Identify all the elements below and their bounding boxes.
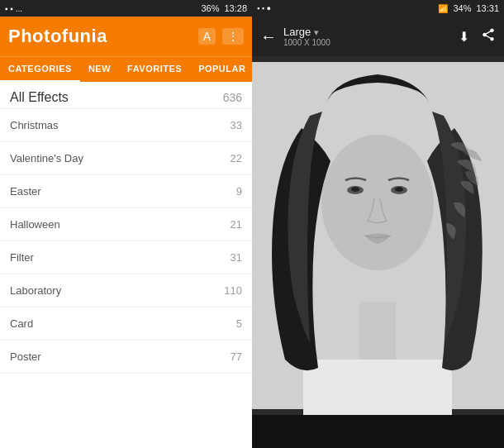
battery-level-right: 34% — [453, 3, 471, 13]
app-header: Photofunia A ⋮ — [0, 17, 252, 56]
list-item[interactable]: Card 5 — [0, 307, 252, 341]
right-header-left: ← Large ▾ 1000 X 1000 — [260, 26, 330, 47]
right-header-actions: ⬇ — [459, 27, 496, 45]
category-count: 33 — [231, 119, 242, 131]
svg-rect-3 — [359, 302, 396, 360]
svg-point-4 — [321, 135, 434, 270]
tab-categories[interactable]: CATEGORIES — [0, 57, 80, 82]
image-container — [252, 56, 504, 415]
all-effects-label: All Effects — [10, 90, 69, 105]
category-count: 77 — [231, 350, 242, 363]
tab-popular[interactable]: POPULAR — [190, 57, 252, 82]
category-count: 31 — [231, 251, 242, 264]
category-count: 21 — [231, 218, 242, 231]
right-panel: ▪ ▪ ● 📶 34% 13:31 ← Large ▾ 1000 X 1000 … — [252, 0, 504, 448]
bottom-bar — [252, 415, 504, 448]
list-item[interactable]: Easter 9 — [0, 175, 252, 208]
status-bar-right: ▪ ▪ ● 📶 34% 13:31 — [252, 0, 504, 17]
portrait-image — [252, 56, 504, 415]
list-item[interactable]: Christmas 33 — [0, 109, 252, 142]
categories-list: All Effects 636 Christmas 33 Valentine's… — [0, 82, 252, 448]
svg-point-7 — [351, 187, 359, 192]
notification-icons: ▪ ▪ ... — [5, 4, 22, 13]
category-count: 110 — [224, 284, 242, 297]
category-name: Laboratory — [10, 284, 61, 297]
list-item[interactable]: Poster 77 — [0, 341, 252, 374]
menu-button[interactable]: ⋮ — [222, 28, 244, 45]
category-name: Poster — [10, 350, 41, 363]
time-right: 13:31 — [476, 3, 499, 13]
category-count: 22 — [231, 152, 242, 164]
right-header: ← Large ▾ 1000 X 1000 ⬇ — [252, 17, 504, 56]
category-count: 5 — [236, 317, 242, 330]
list-item[interactable]: Valentine's Day 22 — [0, 142, 252, 175]
category-count: 9 — [236, 185, 242, 198]
share-button[interactable] — [481, 27, 496, 45]
image-size: 1000 X 1000 — [283, 38, 330, 47]
category-name: Card — [10, 317, 33, 330]
battery-icon-right: 📶 — [438, 4, 448, 13]
status-bar-left: ▪ ▪ ... 36% 13:28 — [0, 0, 252, 17]
battery-level: 36% — [201, 3, 219, 13]
time-left: 13:28 — [224, 3, 247, 13]
avatar-button[interactable]: A — [198, 28, 216, 45]
category-name: Filter — [10, 251, 34, 264]
image-info: Large ▾ 1000 X 1000 — [283, 26, 330, 47]
category-name: Christmas — [10, 119, 59, 131]
header-icons: A ⋮ — [198, 28, 244, 45]
left-panel: ▪ ▪ ... 36% 13:28 Photofunia A ⋮ CATEGOR… — [0, 0, 252, 448]
list-item[interactable]: Filter 31 — [0, 241, 252, 274]
all-effects-header[interactable]: All Effects 636 — [0, 82, 252, 109]
svg-rect-2 — [303, 360, 452, 415]
list-item[interactable]: Laboratory 110 — [0, 274, 252, 307]
status-icons-left: ▪ ▪ ... — [5, 4, 22, 13]
category-name: Valentine's Day — [10, 152, 83, 164]
status-icons-right: ▪ ▪ ● — [257, 4, 271, 12]
list-item[interactable]: Halloween 21 — [0, 208, 252, 241]
category-name: Halloween — [10, 218, 60, 231]
tab-favorites[interactable]: FAVORITES — [119, 57, 190, 82]
app-title: Photofunia — [8, 26, 107, 47]
back-button[interactable]: ← — [260, 27, 277, 46]
image-label: Large ▾ — [283, 26, 330, 38]
download-button[interactable]: ⬇ — [459, 29, 469, 45]
svg-point-8 — [395, 187, 403, 192]
signal-icon: ▪ ▪ ● — [257, 4, 271, 12]
tab-new[interactable]: NEW — [80, 57, 119, 82]
share-icon — [481, 27, 496, 42]
tabs-bar: CATEGORIES NEW FAVORITES POPULAR — [0, 56, 252, 82]
all-effects-count: 636 — [223, 91, 242, 104]
category-name: Easter — [10, 185, 41, 198]
